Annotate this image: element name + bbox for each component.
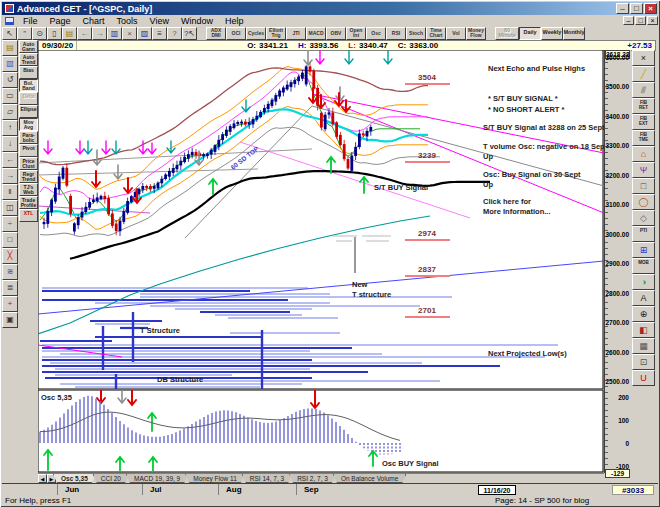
add-study-icon[interactable]: + [2,296,18,312]
clipboard-icon[interactable]: ▥ [107,27,122,40]
paint-icon[interactable]: ◧ [632,322,655,338]
fib-retrace-icon[interactable]: FIB RET [632,98,655,114]
tab-macd-19-39-9[interactable]: MACD 19, 39, 9 [126,474,188,483]
menu-view[interactable]: View [144,16,175,26]
more-information-link[interactable]: More Information... [483,207,551,216]
delete-icon[interactable]: × [122,27,137,40]
study-tool-ellipse[interactable]: Ellipse [19,105,38,118]
study-button-obv[interactable]: OBV [326,27,346,40]
fib-time-icon[interactable]: FIB TME [632,130,655,146]
menu-file[interactable]: File [17,16,44,26]
tab-cci-20[interactable]: CCI 20 [93,474,129,483]
study-tool-movavg[interactable]: Mov Avg [19,118,38,131]
tab-rsi-2-7-3[interactable]: RSI 2, 7, 3 [289,474,336,483]
undo-icon[interactable]: U [632,370,655,386]
split-icon[interactable]: ÷ [2,216,18,232]
study-tool-delta[interactable]: Delta [19,92,38,105]
help-icon[interactable]: ? [167,27,182,40]
study-button-elliott-trig[interactable]: Elliott Trig [266,27,286,40]
close-button[interactable]: × [644,3,657,14]
timeframe-daily[interactable]: Daily [519,27,541,40]
study-tool-bias[interactable]: Bias [19,66,38,79]
fib-extension-icon[interactable]: FIB EXT [632,114,655,130]
context-help-icon[interactable]: ?↖ [182,27,197,40]
pitchfork-icon[interactable]: Ψ [632,162,655,178]
scroll-down-icon[interactable]: ↓ [2,136,18,152]
palette-icon[interactable]: ▧ [2,56,18,72]
copy-icon[interactable]: ⊡ [632,354,655,370]
study-button-open-int[interactable]: Open Int [346,27,366,40]
minimize-button[interactable]: – [616,3,629,14]
study-tool-bolband[interactable]: Bol. Band [19,79,38,92]
marquee-icon[interactable]: ▦ [632,338,655,354]
prev-icon[interactable]: ← [77,27,92,40]
grid-lines-icon[interactable]: ≣ [2,280,18,296]
study-button-osc[interactable]: Osc [366,27,386,40]
price-chart-canvas[interactable]: 35043239297428372701Next Echo and Pulse … [38,50,604,390]
study-button-cycles[interactable]: Cycles [246,27,266,40]
mob-icon[interactable]: MOB [632,258,655,274]
study-button-oci[interactable]: OCI [226,27,246,40]
scroll-up-icon[interactable]: ↑ [2,120,18,136]
zoom-icon[interactable]: ⊙ [32,27,47,40]
study-button-money-flow[interactable]: Money Flow [466,27,486,40]
study-tool-pivot[interactable]: Pivot [19,144,38,157]
new-chart-icon[interactable]: ▯ [47,27,62,40]
timeframe-60-minute[interactable]: 60 Minute [495,27,519,40]
study-button-jti[interactable]: JTI [286,27,306,40]
pti-icon[interactable]: PTI [632,226,655,242]
tab-money-flow-11[interactable]: Money Flow 11 [185,474,245,483]
study-tool-autotrend[interactable]: Auto Trend [19,53,38,66]
bar-space-icon[interactable]: ‖ [2,184,18,200]
child-close-button[interactable]: × [647,16,658,25]
study-button-stoch[interactable]: Stoch [406,27,426,40]
delete-lines-icon[interactable]: ╳ [2,248,18,264]
oscillator-canvas[interactable]: Osc 5,35Osc BUY Signal [38,390,604,473]
box-tool-icon[interactable]: □ [632,178,655,194]
menu-tools[interactable]: Tools [111,16,144,26]
study-tool-tradeprofile[interactable]: Trade Profile [19,196,38,209]
tab-scroll-left[interactable]: ◀ [38,474,47,483]
next-icon[interactable]: → [92,27,107,40]
pencil-icon[interactable]: ╱ [632,66,655,82]
child-minimize-button[interactable]: – [623,16,634,25]
pointer-icon[interactable]: ↖ [2,27,17,40]
trendline-icon[interactable]: ⫻ [632,82,655,98]
elliott-eraser-icon[interactable]: ▱ [2,104,18,120]
insert-chart-icon[interactable]: ▨ [137,27,152,40]
study-button-time-chart[interactable]: Time Chart [426,27,446,40]
menu-help[interactable]: Help [219,16,250,26]
timeframe-weekly[interactable]: Weekly [541,27,563,40]
child-restore-button[interactable]: □ [635,16,646,25]
study-button-rsi[interactable]: RSI [386,27,406,40]
scroll-left-icon[interactable]: ← [2,152,18,168]
study-tool-priceclust[interactable]: Price Clust [19,157,38,170]
menu-window[interactable]: Window [175,16,219,26]
grid-icon[interactable]: ⊞ [632,242,655,258]
delete-drawing-icon[interactable]: × [632,50,655,66]
open-icon[interactable]: ▤ [2,40,18,56]
study-button-adx-dmi[interactable]: ADX DMI [206,27,226,40]
print-icon[interactable]: ≡ [152,27,167,40]
quote-icon[interactable]: ” [17,27,32,40]
text-tool-icon[interactable]: A [632,290,655,306]
blank-box-icon[interactable]: □ [2,232,18,248]
menu-page[interactable]: Page [44,16,77,26]
tab-osc-5-35[interactable]: Osc 5,35 [53,474,96,483]
more-information-link[interactable]: Click here for [483,197,531,206]
draw-lines-icon[interactable]: ≋ [2,264,18,280]
study-tool-autogann[interactable]: Auto Gann [19,40,38,53]
tab-rsi-14-7-3[interactable]: RSI 14, 7, 3 [242,474,292,483]
study-tool-xtl[interactable]: XTL [19,209,38,222]
study-eraser-icon[interactable]: ▭ [2,88,18,104]
open-chart-icon[interactable]: ▤ [62,27,77,40]
study-tool-regrtrend[interactable]: Regr Trend [19,170,38,183]
snapshot-icon[interactable]: ▣ [2,312,18,328]
maximize-button[interactable]: □ [630,3,643,14]
diamond-tool-icon[interactable]: ◇ [632,210,655,226]
zoom-tool-icon[interactable]: ⊕ [632,306,655,322]
study-tool-parabolic[interactable]: Para- bolic [19,131,38,144]
study-tool-tjsweb[interactable]: TJ's Web [19,183,38,196]
gann-icon[interactable]: ⌂ [632,146,655,162]
tab-on-balance-volume[interactable]: On Balance Volume [333,474,406,483]
